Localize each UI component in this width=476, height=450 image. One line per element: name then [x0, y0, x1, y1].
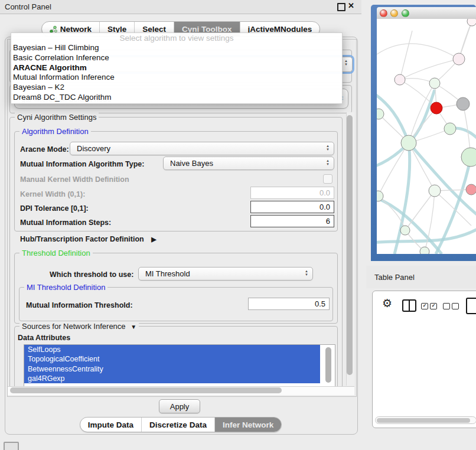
- panel-title: Control Panel: [5, 2, 51, 11]
- mi-threshold-group-title: MI Threshold Definition: [24, 283, 107, 292]
- sources-group-title[interactable]: Sources for Network Inference ▼: [19, 322, 139, 331]
- gear-icon[interactable]: ⚙: [382, 296, 392, 310]
- network-node[interactable]: [444, 123, 456, 135]
- network-edge[interactable]: [409, 83, 435, 143]
- kernel-width-label: Kernel Width (0,1):: [20, 190, 85, 198]
- dpi-tolerance-label: DPI Tolerance [0,1]:: [20, 204, 89, 213]
- network-edge[interactable]: [435, 191, 471, 226]
- network-edge[interactable]: [400, 31, 412, 80]
- table-scrollbar-thumb[interactable]: [377, 418, 470, 423]
- algorithm-definition-title: Algorithm Definition: [19, 127, 91, 136]
- algorithm-option[interactable]: Basic Correlation Inference: [11, 53, 342, 63]
- table-panel-title: Table Panel: [374, 273, 415, 282]
- network-node[interactable]: [431, 102, 442, 114]
- mi-steps-field[interactable]: 6: [250, 215, 334, 227]
- network-window-titlebar[interactable]: [377, 7, 476, 19]
- network-node[interactable]: [461, 148, 476, 167]
- close-icon[interactable]: ✕: [348, 1, 354, 10]
- list-item[interactable]: TopologicalCoefficient: [24, 354, 320, 364]
- algorithm-option[interactable]: Bayesian – K2: [11, 83, 342, 93]
- network-node[interactable]: [420, 247, 429, 254]
- table-horizontal-scrollbar[interactable]: [375, 416, 476, 424]
- network-node[interactable]: [395, 74, 405, 85]
- dpi-tolerance-field[interactable]: 0.0: [250, 201, 334, 213]
- network-node[interactable]: [429, 78, 440, 89]
- data-attributes-label: Data Attributes: [18, 334, 70, 342]
- which-threshold-combobox[interactable]: MI Threshold ▲▼: [138, 267, 313, 281]
- algorithm-option-selected[interactable]: ARACNE Algorithm: [11, 63, 342, 73]
- unchecked-checkbox-icon[interactable]: [443, 303, 450, 309]
- threshold-definition-title: Threshold Definition: [19, 249, 93, 257]
- expanded-arrow-icon: ▼: [131, 324, 136, 330]
- network-node[interactable]: [429, 185, 441, 197]
- network-icon: [50, 25, 57, 33]
- minimized-panel-chip[interactable]: [4, 442, 19, 450]
- panel-view-icon[interactable]: [466, 298, 476, 314]
- settings-group-title: Cyni Algorithm Settings: [15, 113, 99, 122]
- mi-steps-label: Mutual Information Steps:: [20, 219, 111, 227]
- network-canvas[interactable]: [377, 19, 476, 254]
- list-scrollbar-thumb[interactable]: [325, 347, 331, 383]
- network-node[interactable]: [401, 135, 416, 151]
- network-node[interactable]: [457, 97, 470, 110]
- unchecked-checkbox-icon[interactable]: [452, 303, 459, 309]
- algorithm-option[interactable]: Dream8 DC_TDC Algorithm: [11, 93, 342, 103]
- algorithm-dropdown-popup: Select algorithm to view settings Bayesi…: [11, 32, 343, 104]
- settings-vertical-scrollbar-thumb[interactable]: [347, 115, 353, 375]
- network-node[interactable]: [453, 53, 465, 65]
- checked-checkbox-icon[interactable]: ✓: [421, 303, 428, 309]
- table-panel-titlebar: Table Panel: [366, 266, 476, 288]
- network-view-window: [371, 5, 476, 261]
- kernel-width-field[interactable]: 0.0: [250, 187, 334, 199]
- mi-type-value: Naive Bayes: [170, 159, 213, 168]
- mi-threshold-label: Mutual Information Threshold:: [26, 301, 133, 309]
- apply-button[interactable]: Apply: [159, 399, 200, 413]
- algorithm-option[interactable]: Bayesian – Hill Climbing: [11, 43, 342, 53]
- mi-type-label: Mutual Information Algorithm Type:: [20, 160, 144, 168]
- checked-checkbox-icon[interactable]: ✓: [430, 303, 437, 309]
- network-node[interactable]: [467, 19, 476, 26]
- network-edge[interactable]: [378, 143, 409, 196]
- aracne-mode-value: Discovery: [77, 144, 110, 153]
- close-traffic-light[interactable]: [380, 9, 387, 17]
- data-attributes-list[interactable]: SelfLoops TopologicalCoefficient Between…: [24, 344, 335, 386]
- network-node[interactable]: [466, 184, 476, 195]
- network-edge-thick[interactable]: [395, 143, 410, 254]
- table-toolbar: ⚙ ✓ ✓: [373, 291, 476, 318]
- which-threshold-label: Which threshold to use:: [50, 270, 133, 279]
- manual-kernel-label: Manual Kernel Width Definition: [20, 175, 129, 184]
- collapsed-arrow-icon: ▶: [151, 236, 156, 243]
- table-panel: ⚙ ✓ ✓: [372, 291, 476, 428]
- control-panel-titlebar: Control Panel ✕: [0, 0, 361, 14]
- algorithm-option[interactable]: Mutual Information Inference: [11, 73, 342, 83]
- network-edge[interactable]: [405, 191, 435, 230]
- float-panel-icon[interactable]: [337, 3, 345, 11]
- zoom-traffic-light[interactable]: [402, 9, 409, 17]
- dropdown-placeholder: Select algorithm to view settings: [11, 33, 342, 43]
- aracne-mode-combobox[interactable]: Discovery ▲▼: [70, 142, 334, 155]
- network-node[interactable]: [400, 226, 410, 235]
- list-item[interactable]: SelfLoops: [24, 345, 320, 354]
- manual-kernel-checkbox[interactable]: [323, 174, 332, 184]
- network-edge[interactable]: [400, 59, 459, 80]
- which-threshold-value: MI Threshold: [145, 269, 190, 278]
- aracne-mode-label: Aracne Mode:: [20, 145, 69, 154]
- list-item[interactable]: gal4RGexp: [24, 374, 320, 383]
- tab-discretize-data[interactable]: Discretize Data: [141, 418, 214, 432]
- mi-type-combobox[interactable]: Naive Bayes ▲▼: [163, 156, 334, 170]
- tab-infer-network[interactable]: Infer Network: [214, 418, 281, 432]
- network-edge[interactable]: [377, 44, 459, 59]
- list-item[interactable]: BetweennessCentrality: [24, 364, 320, 374]
- tab-impute-data[interactable]: Impute Data: [80, 418, 141, 432]
- hub-definition-toggle[interactable]: Hub/Transcription Factor Definition ▶: [20, 235, 157, 243]
- split-columns-icon[interactable]: [402, 299, 416, 312]
- minimize-traffic-light[interactable]: [390, 9, 398, 17]
- bottom-tab-bar: Impute Data Discretize Data Infer Networ…: [0, 417, 361, 432]
- mi-threshold-field[interactable]: 0.5: [248, 298, 330, 310]
- settings-horizontal-scrollbar-thumb[interactable]: [10, 387, 282, 393]
